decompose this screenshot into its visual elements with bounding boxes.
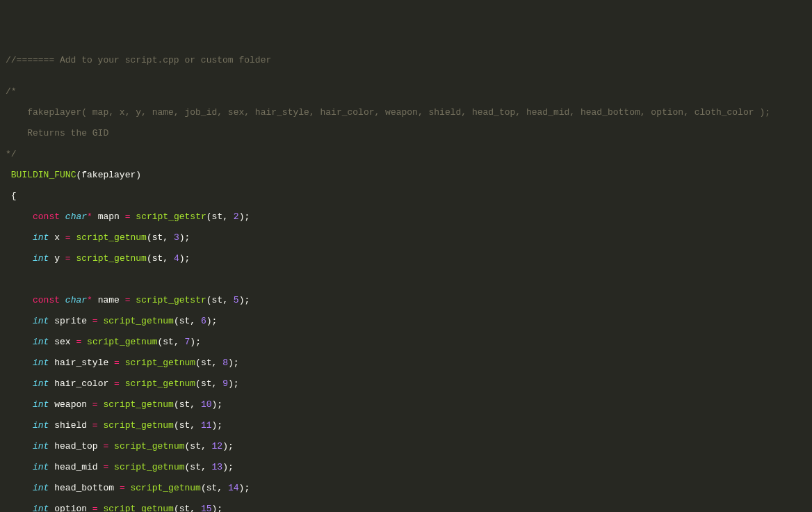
code-line: int sprite = script_getnum(st, 6); xyxy=(6,316,806,326)
code-line: int option = script_getnum(st, 15); xyxy=(6,504,806,512)
code-line: /* xyxy=(6,86,806,97)
code-line: Returns the GID xyxy=(6,128,806,138)
code-line: int head_top = script_getnum(st, 12); xyxy=(6,441,806,451)
code-line: const char* mapn = script_getstr(st, 2); xyxy=(6,211,806,222)
code-line: { xyxy=(6,191,806,201)
code-line: int head_mid = script_getnum(st, 13); xyxy=(6,462,806,472)
code-line: int y = script_getnum(st, 4); xyxy=(6,253,806,264)
code-line xyxy=(6,274,806,285)
code-editor[interactable]: //======= Add to your script.cpp or cust… xyxy=(6,45,806,512)
code-line: //======= Add to your script.cpp or cust… xyxy=(6,55,806,65)
code-line: */ xyxy=(6,149,806,159)
code-line: BUILDIN_FUNC(fakeplayer) xyxy=(6,170,806,180)
code-line: int hair_style = script_getnum(st, 8); xyxy=(6,358,806,368)
code-line: int weapon = script_getnum(st, 10); xyxy=(6,399,806,410)
code-line: int hair_color = script_getnum(st, 9); xyxy=(6,378,806,389)
code-line: int shield = script_getnum(st, 11); xyxy=(6,420,806,431)
code-line: const char* name = script_getstr(st, 5); xyxy=(6,295,806,305)
code-line: int head_bottom = script_getnum(st, 14); xyxy=(6,483,806,493)
code-line: int sex = script_getnum(st, 7); xyxy=(6,337,806,347)
code-line: fakeplayer( map, x, y, name, job_id, sex… xyxy=(6,107,806,118)
code-line: int x = script_getnum(st, 3); xyxy=(6,232,806,243)
